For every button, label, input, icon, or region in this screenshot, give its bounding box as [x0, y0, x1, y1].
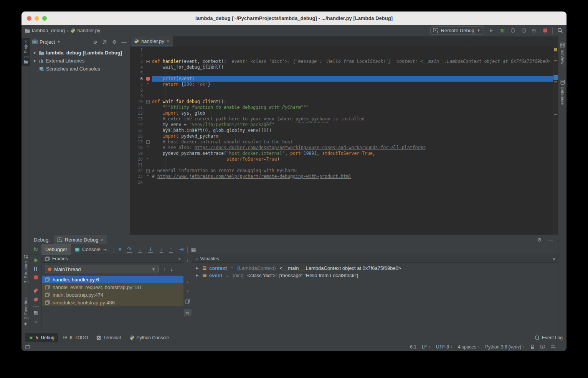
- expand-arrow-icon[interactable]: ▶: [196, 274, 200, 277]
- close-session-icon[interactable]: ×: [101, 237, 104, 243]
- toolwindow-tab-python-console[interactable]: Python Console: [126, 333, 173, 342]
- titlebar[interactable]: lambda_debug [~/PycharmProjects/lambda_d…: [21, 12, 567, 25]
- next-frame-icon[interactable]: ↓: [170, 266, 173, 272]
- reader-mode-icon[interactable]: [540, 345, 545, 349]
- editor-line[interactable]: 6 print(event): [130, 76, 553, 82]
- add-watch-icon[interactable]: +: [186, 258, 189, 264]
- breadcrumb-file[interactable]: handler.py: [77, 28, 100, 33]
- rerun-icon[interactable]: ↻: [30, 246, 41, 253]
- encoding-select[interactable]: UTF-8↕: [436, 344, 453, 350]
- editor-line[interactable]: 15 sys.path.insert(0, glob.glob(my_venv)…: [130, 128, 553, 133]
- zoom-window-button[interactable]: [42, 16, 47, 21]
- line-separator-select[interactable]: LF↕: [422, 344, 431, 350]
- search-everywhere-icon[interactable]: [557, 28, 563, 33]
- close-tab-icon[interactable]: ×: [167, 38, 170, 44]
- sync-status-icon[interactable]: ?: [550, 344, 556, 349]
- editor-line[interactable]: 3−def handler(event, context): event: <c…: [130, 59, 553, 64]
- variable-row[interactable]: ▶event = {dict} <class 'dict'>: {'messag…: [192, 272, 558, 279]
- breakpoint-icon[interactable]: [146, 77, 150, 81]
- editor-line[interactable]: 1: [130, 47, 553, 53]
- editor-line[interactable]: 14 my_venv = "venv/lib/python*/site-pack…: [130, 122, 553, 128]
- debug-button[interactable]: [499, 28, 505, 33]
- sidebar-item-favorites[interactable]: 2: Favorites ★: [21, 295, 30, 329]
- debug-session-tab[interactable]: Remote Debug ×: [54, 235, 107, 244]
- show-execution-point-icon[interactable]: ≡: [119, 247, 122, 252]
- chevron-down-icon[interactable]: ▼: [57, 40, 60, 44]
- caret-position[interactable]: 6:1: [410, 344, 416, 350]
- step-into-my-code-icon[interactable]: ↓: [160, 247, 163, 253]
- thread-selector[interactable]: MainThread ▼: [45, 265, 159, 273]
- fold-marker-icon[interactable]: −: [146, 140, 150, 144]
- stack-frame-row[interactable]: main, bootstrap.py:474: [42, 291, 183, 299]
- stack-frame-row[interactable]: handle_event_request, bootstrap.py:131: [42, 283, 183, 291]
- editor-line[interactable]: 5: [130, 70, 553, 76]
- hide-panel-icon[interactable]: —: [548, 237, 553, 243]
- interpreter-select[interactable]: Python 3.8 (venv)↕: [485, 344, 525, 350]
- toolwindow-toggle-icon[interactable]: [25, 345, 30, 349]
- tab-handler-py[interactable]: handler.py ×: [130, 36, 173, 46]
- hide-frames-icon[interactable]: ⇥: [177, 256, 180, 261]
- step-over-icon[interactable]: ↷: [127, 247, 132, 253]
- run-with-coverage-button[interactable]: [509, 28, 516, 33]
- editor-line[interactable]: 23ˇ# https://www.jetbrains.com/help/pych…: [130, 174, 553, 179]
- stop-icon[interactable]: [34, 275, 38, 279]
- step-out-icon[interactable]: ↑: [169, 247, 173, 253]
- project-tree-item[interactable]: ▶lambda_debug [Lambda Debug]: [30, 49, 130, 57]
- editor-line[interactable]: 4 wait_for_debug_client(): [130, 64, 553, 70]
- new-console-icon[interactable]: ⇥: [103, 247, 107, 252]
- show-watches-toggle[interactable]: ∞: [184, 309, 192, 316]
- sidebar-item-database[interactable]: Database: [558, 77, 567, 107]
- run-configuration-select[interactable]: Remote Debug ▼: [430, 26, 484, 35]
- previous-frame-icon[interactable]: ↑: [163, 266, 166, 272]
- editor-line[interactable]: 10−def wait_for_debug_client():: [130, 99, 553, 105]
- remove-watch-icon[interactable]: −: [186, 269, 189, 275]
- toolwindow-tab-debug[interactable]: 5: Debug: [25, 333, 58, 342]
- mute-breakpoints-icon[interactable]: [33, 297, 38, 302]
- tab-debugger[interactable]: Debugger: [41, 244, 71, 255]
- view-breakpoints-icon[interactable]: [33, 288, 38, 293]
- pause-program-icon[interactable]: [34, 267, 38, 271]
- editor-line[interactable]: 16 import pydevd_pycharm: [130, 133, 553, 139]
- sidebar-item-structure[interactable]: 7: Structure: [21, 253, 30, 285]
- expand-arrow-icon[interactable]: ▶: [196, 266, 200, 270]
- project-tree-item[interactable]: Scratches and Consoles: [30, 65, 130, 73]
- resume-program-icon[interactable]: [33, 258, 38, 263]
- write-access-icon[interactable]: [530, 344, 535, 349]
- editor-line[interactable]: 2: [130, 53, 553, 59]
- editor-line[interactable]: 8: [130, 87, 553, 93]
- locate-file-icon[interactable]: ⊕: [91, 39, 99, 45]
- project-panel-title[interactable]: Project: [40, 39, 55, 45]
- profiler-button[interactable]: [520, 28, 527, 33]
- step-into-icon[interactable]: ↓: [138, 247, 142, 253]
- editor-line[interactable]: 13 # enter the correct path here to your…: [130, 116, 553, 122]
- editor-line[interactable]: 12 import sys, glob: [130, 110, 553, 116]
- fold-marker-icon[interactable]: −: [146, 169, 150, 173]
- fold-marker-icon[interactable]: −: [146, 100, 150, 104]
- close-window-button[interactable]: [27, 16, 31, 21]
- chevron-right-icon[interactable]: ▶: [33, 59, 37, 62]
- minimize-window-button[interactable]: [35, 16, 39, 21]
- duplicate-watch-icon[interactable]: [185, 299, 190, 304]
- sidebar-item-project[interactable]: 1: Project: [21, 38, 30, 66]
- editor-line[interactable]: 18ˇ # see also: https://docs.docker.com/…: [130, 145, 553, 151]
- run-button[interactable]: [488, 28, 495, 33]
- editor-line[interactable]: 7ˇ return {200: "ok"}: [130, 82, 553, 87]
- toolwindow-tab-terminal[interactable]: Terminal: [93, 333, 124, 342]
- editor-line[interactable]: 20ˇ stderrToServer=True): [130, 156, 553, 162]
- gear-icon[interactable]: ⚙: [537, 237, 542, 243]
- evaluate-expression-icon[interactable]: ▦: [191, 247, 196, 253]
- stack-frame-row[interactable]: handler, handler.py:6: [42, 276, 183, 283]
- gear-icon[interactable]: ⚙: [111, 39, 118, 45]
- breadcrumb-project[interactable]: lambda_debug: [32, 28, 65, 33]
- variable-row[interactable]: ▶context = {LambdaContext} <__main__.Lam…: [192, 265, 558, 272]
- fold-marker-icon[interactable]: −: [146, 60, 150, 63]
- move-down-icon[interactable]: ▼: [186, 289, 190, 293]
- stop-button[interactable]: [542, 28, 548, 33]
- collapse-all-icon[interactable]: [101, 39, 109, 44]
- toolwindow-tab-todo[interactable]: 6: TODO: [59, 333, 92, 342]
- hide-variables-icon[interactable]: ⇥: [551, 256, 555, 261]
- sidebar-item-sciview[interactable]: SciView: [558, 40, 567, 67]
- editor-line[interactable]: 21: [130, 162, 553, 168]
- project-tree-item[interactable]: ▶External Libraries: [30, 57, 130, 65]
- editor-line[interactable]: 19 pydevd_pycharm.settrace('host.docker.…: [130, 151, 553, 156]
